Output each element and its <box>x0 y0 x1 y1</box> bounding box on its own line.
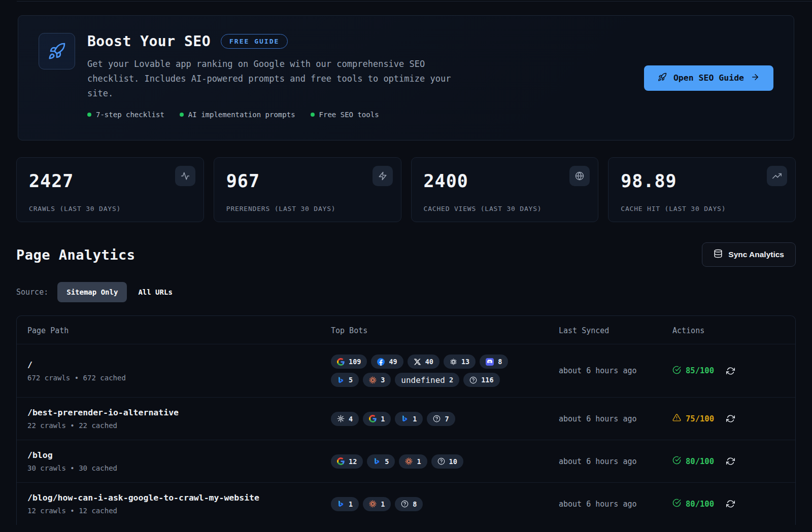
stat-card: 967PRERENDERS (LAST 30 DAYS) <box>214 157 401 222</box>
bot-count: 1 <box>417 457 421 466</box>
stats-row: 2427CRAWLS (LAST 30 DAYS)967PRERENDERS (… <box>16 157 796 222</box>
unknown-bot-icon <box>469 376 477 384</box>
stat-card: 2400CACHED VIEWS (LAST 30 DAYS) <box>411 157 599 222</box>
stat-label: CACHED VIEWS (LAST 30 DAYS) <box>424 205 542 212</box>
x-icon <box>414 358 421 366</box>
database-icon <box>714 249 723 260</box>
score-value: 80/100 <box>686 500 714 509</box>
score-value: 75/100 <box>686 414 714 423</box>
sync-analytics-label: Sync Analytics <box>728 250 784 259</box>
bot-count: 12 <box>349 457 357 466</box>
bot-count: 5 <box>349 376 353 384</box>
bot-count: 7 <box>445 415 449 423</box>
crawl-meta: 30 crawls • 30 cached <box>27 464 331 472</box>
last-synced: about 6 hours ago <box>559 500 672 509</box>
table-row: /blog/how-can-i-ask-google-to-crawl-my-w… <box>17 482 795 525</box>
activity-icon <box>175 166 195 186</box>
bing-icon <box>337 500 345 508</box>
bot-count: 1 <box>381 415 385 423</box>
refresh-button[interactable] <box>726 367 735 375</box>
bot-count: 10 <box>449 457 457 466</box>
bot-count: 3 <box>381 376 385 384</box>
seo-banner: Boost Your SEO FREE GUIDE Get your Lovab… <box>18 15 794 140</box>
refresh-button[interactable] <box>726 457 735 466</box>
bot-badge: 1 <box>331 497 359 511</box>
feature-item: 7-step checklist <box>87 111 164 119</box>
stat-label: CACHE HIT (LAST 30 DAYS) <box>621 205 726 212</box>
column-header: Top Bots <box>331 326 559 335</box>
stat-label: PRERENDERS (LAST 30 DAYS) <box>226 205 336 212</box>
column-header: Page Path <box>17 326 331 335</box>
refresh-button[interactable] <box>726 500 735 508</box>
source-row: Source: Sitemap OnlyAll URLs <box>16 282 796 302</box>
globe-icon <box>569 166 590 186</box>
stat-label: CRAWLS (LAST 30 DAYS) <box>29 205 121 212</box>
unknown-bot-icon <box>401 500 409 508</box>
bot-badge: 5 <box>331 373 359 387</box>
sync-analytics-button[interactable]: Sync Analytics <box>702 242 796 267</box>
table-row: /blog30 crawls • 30 cached125110about 6 … <box>17 440 795 482</box>
green-dot-icon <box>180 113 184 117</box>
last-synced: about 6 hours ago <box>559 457 672 466</box>
bot-badge: 3 <box>363 373 391 387</box>
bot-badge: undefined2 <box>395 373 459 387</box>
bing-icon <box>373 457 381 465</box>
source-option-all-urls[interactable]: All URLs <box>129 282 181 302</box>
green-dot-icon <box>311 113 315 117</box>
bot-count: 2 <box>449 376 453 384</box>
seo-score: 85/100 <box>672 366 714 376</box>
bolt-icon <box>373 166 393 186</box>
free-guide-badge: FREE GUIDE <box>221 34 288 49</box>
source-options: Sitemap OnlyAll URLs <box>57 282 182 302</box>
stat-value: 98.89 <box>621 171 783 191</box>
unknown-bot-icon <box>433 415 441 422</box>
bing-icon <box>401 415 409 422</box>
stat-value: 2400 <box>424 171 586 191</box>
seo-score: 75/100 <box>672 413 714 424</box>
feature-label: Free SEO tools <box>319 111 379 119</box>
feature-item: AI implementation prompts <box>180 111 295 119</box>
bot-badge: 8 <box>395 497 423 511</box>
feature-label: AI implementation prompts <box>188 111 295 119</box>
bot-count: 8 <box>498 358 502 366</box>
check-circle-icon <box>672 456 681 467</box>
claude-icon <box>369 500 377 508</box>
stat-card: 2427CRAWLS (LAST 30 DAYS) <box>16 157 204 222</box>
bot-badge: 40 <box>408 354 439 369</box>
bot-badge: 1 <box>395 412 423 426</box>
page-analytics-table: Page PathTop BotsLast SyncedActions /672… <box>16 315 796 525</box>
bing-icon <box>337 376 345 384</box>
top-divider <box>17 1 812 2</box>
table-body: /672 crawls • 672 cached109494013853unde… <box>17 344 795 525</box>
banner-content: Boost Your SEO FREE GUIDE Get your Lovab… <box>87 33 644 119</box>
stat-value: 967 <box>226 171 389 191</box>
claude-icon <box>369 376 377 384</box>
source-label: Source: <box>16 288 48 297</box>
google-icon <box>369 415 377 422</box>
bot-badge: 8 <box>480 354 508 369</box>
bot-count: 4 <box>349 415 353 423</box>
refresh-button[interactable] <box>726 414 735 423</box>
table-row: /672 crawls • 672 cached109494013853unde… <box>17 344 795 397</box>
page-analytics-title: Page Analytics <box>16 247 136 263</box>
open-seo-guide-label: Open SEO Guide <box>673 73 744 83</box>
bot-badge: 13 <box>444 354 476 369</box>
facebook-icon <box>377 358 385 366</box>
open-seo-guide-button[interactable]: Open SEO Guide <box>644 65 773 91</box>
last-synced: about 6 hours ago <box>559 414 672 423</box>
stat-card: 98.89CACHE HIT (LAST 30 DAYS) <box>608 157 796 222</box>
bot-badge: 1 <box>363 412 391 426</box>
page-path: /best-prerender-io-alternative <box>27 408 331 417</box>
page-analytics-header: Page Analytics Sync Analytics <box>16 242 796 267</box>
last-synced: about 6 hours ago <box>559 366 672 375</box>
google-icon <box>337 358 345 366</box>
warning-triangle-icon <box>672 413 681 424</box>
check-circle-icon <box>672 366 681 376</box>
score-value: 80/100 <box>686 457 714 466</box>
table-row: /best-prerender-io-alternative22 crawls … <box>17 397 795 440</box>
table-header: Page PathTop BotsLast SyncedActions <box>17 316 795 344</box>
bot-badge: 12 <box>331 454 363 469</box>
source-option-sitemap-only[interactable]: Sitemap Only <box>57 282 127 302</box>
openai-icon <box>450 358 457 366</box>
column-header: Actions <box>672 326 795 335</box>
